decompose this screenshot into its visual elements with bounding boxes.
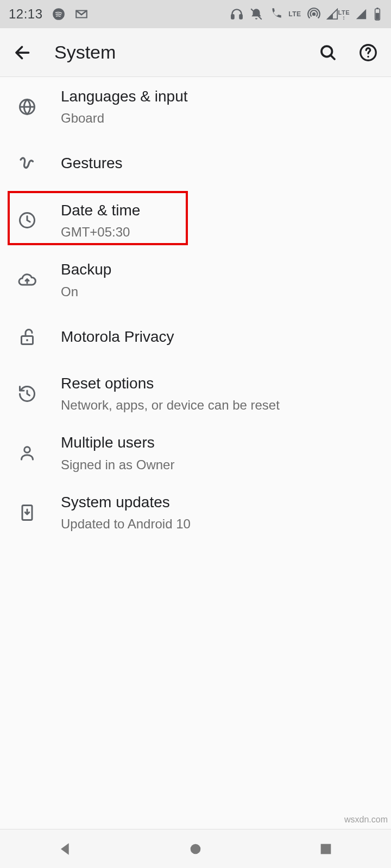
lte-label-1: LTE — [288, 10, 301, 18]
gmail-icon — [74, 7, 89, 21]
globe-icon — [11, 97, 43, 117]
setting-title: Backup — [61, 260, 378, 279]
volte-icon — [269, 7, 283, 21]
settings-list: Languages & input Gboard Gestures Date &… — [0, 77, 391, 829]
svg-point-14 — [26, 339, 28, 341]
cloud-upload-icon — [11, 270, 43, 290]
navigation-bar — [0, 829, 391, 868]
svg-point-15 — [24, 447, 30, 453]
setting-subtitle: Network, apps, or device can be reset — [61, 397, 378, 413]
hotspot-icon — [307, 7, 321, 21]
nav-home-button[interactable] — [185, 838, 206, 860]
setting-subtitle: Gboard — [61, 110, 378, 126]
svg-rect-6 — [376, 8, 378, 9]
gesture-icon — [11, 154, 43, 174]
unlock-icon — [11, 327, 43, 347]
status-time: 12:13 — [9, 7, 43, 22]
setting-gestures[interactable]: Gestures — [0, 137, 391, 191]
setting-motorola-privacy[interactable]: Motorola Privacy — [0, 310, 391, 364]
nav-back-button[interactable] — [54, 838, 76, 860]
setting-title: Reset options — [61, 374, 378, 393]
page-title: System — [54, 42, 297, 63]
clock-icon — [11, 210, 43, 230]
setting-reset-options[interactable]: Reset options Network, apps, or device c… — [0, 364, 391, 424]
setting-multiple-users[interactable]: Multiple users Signed in as Owner — [0, 423, 391, 483]
back-button[interactable] — [11, 41, 35, 65]
setting-subtitle: GMT+05:30 — [61, 224, 378, 240]
app-bar: System — [0, 28, 391, 77]
svg-rect-7 — [376, 13, 380, 20]
watermark: wsxdn.com — [344, 815, 388, 825]
spotify-icon — [52, 7, 66, 21]
battery-icon — [373, 7, 382, 21]
svg-rect-2 — [240, 15, 242, 19]
setting-title: Multiple users — [61, 433, 378, 452]
help-button[interactable] — [356, 41, 380, 65]
headphones-icon — [230, 7, 244, 21]
svg-rect-18 — [321, 844, 331, 854]
signal-2-icon — [355, 8, 367, 20]
setting-backup[interactable]: Backup On — [0, 250, 391, 310]
svg-point-10 — [367, 55, 369, 57]
svg-point-17 — [191, 844, 201, 854]
setting-title: System updates — [61, 493, 378, 512]
setting-subtitle: Signed in as Owner — [61, 456, 378, 473]
setting-subtitle: Updated to Android 10 — [61, 515, 378, 532]
setting-subtitle: On — [61, 283, 378, 300]
search-button[interactable] — [316, 41, 340, 65]
dnd-off-icon — [249, 7, 263, 21]
svg-point-4 — [312, 13, 314, 15]
setting-title: Languages & input — [61, 87, 378, 106]
setting-title: Date & time — [61, 201, 378, 220]
setting-date-time[interactable]: Date & time GMT+05:30 — [0, 191, 391, 251]
setting-title: Motorola Privacy — [61, 327, 378, 347]
setting-system-updates[interactable]: System updates Updated to Android 10 — [0, 483, 391, 542]
svg-rect-1 — [232, 15, 234, 19]
status-bar: 12:13 LTE LTE↕ — [0, 0, 391, 28]
phone-update-icon — [11, 503, 43, 522]
signal-1-icon: LTE↕ — [326, 8, 350, 20]
person-icon — [11, 443, 43, 463]
history-icon — [11, 384, 43, 404]
setting-languages[interactable]: Languages & input Gboard — [0, 77, 391, 137]
nav-recents-button[interactable] — [315, 838, 337, 860]
setting-title: Gestures — [61, 154, 378, 173]
